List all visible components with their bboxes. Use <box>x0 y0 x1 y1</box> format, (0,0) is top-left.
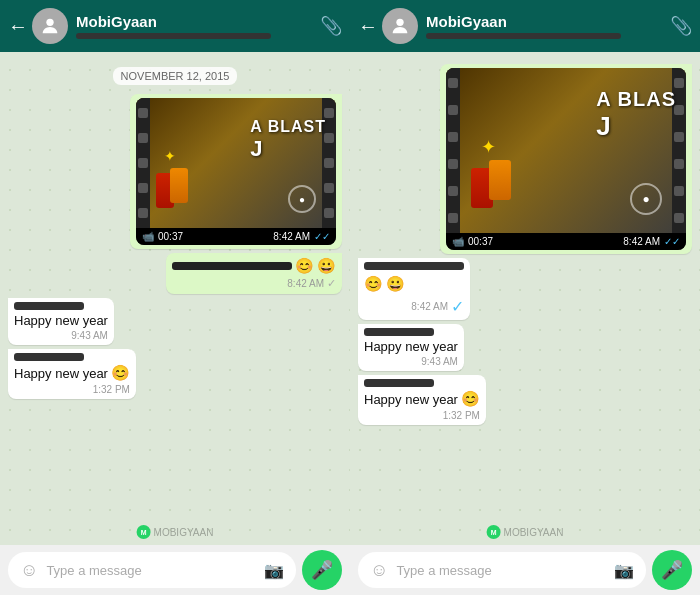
left-received-emoji: 😊 <box>111 364 130 382</box>
right-emoji-content: 😊 😀 <box>364 275 464 293</box>
right-received-meta-2: 1:32 PM <box>364 410 480 421</box>
right-sender-bar-2 <box>364 379 434 387</box>
left-received-meta-1: 9:43 AM <box>14 330 108 341</box>
film-hole <box>448 78 458 88</box>
left-received-msg-1: Happy new year 9:43 AM <box>8 298 114 345</box>
film-hole <box>674 186 684 196</box>
right-received-emoji: 😊 <box>461 390 480 408</box>
right-input-bar: ☺ Type a message 📷 🎤 <box>350 545 700 595</box>
left-header: ← MobiGyaan 📎 <box>0 0 350 52</box>
right-video-thumb: ✦ A BLAS J ● <box>446 68 686 233</box>
left-video-check: ✓✓ <box>314 231 330 242</box>
left-watermark-icon: M <box>137 525 151 539</box>
left-sender-bar-1 <box>14 302 84 310</box>
left-back-button[interactable]: ← <box>8 15 28 38</box>
left-received-msg-2: Happy new year 😊 1:32 PM <box>8 349 136 399</box>
right-video-bar-left: 📹 00:37 <box>452 236 493 247</box>
right-avatar <box>382 8 418 44</box>
right-received-text-1: Happy new year <box>364 339 458 354</box>
film-hole <box>324 108 334 118</box>
right-camera-icon[interactable]: 📷 <box>614 561 634 580</box>
film-hole <box>448 132 458 142</box>
right-header: ← MobiGyaan 📎 <box>350 0 700 52</box>
left-attach-icon[interactable]: 📎 <box>320 15 342 37</box>
right-video-bubble[interactable]: ✦ A BLAS J ● 📹 00:37 8:42 AM <box>446 68 686 250</box>
right-input-placeholder: Type a message <box>396 563 606 578</box>
right-received-emoji-msg: 😊 😀 8:42 AM ✓ <box>358 258 470 320</box>
left-sender-bar-2 <box>14 353 84 361</box>
left-received-text-2: Happy new year 😊 <box>14 364 130 382</box>
left-status-bar <box>76 33 271 39</box>
left-video-bar: 📹 00:37 8:42 AM ✓✓ <box>136 228 336 245</box>
film-hole <box>324 183 334 193</box>
right-emoji-meta: 8:42 AM ✓ <box>364 297 464 316</box>
left-emoji-button[interactable]: ☺ <box>20 560 38 581</box>
film-hole <box>138 158 148 168</box>
right-header-info: MobiGyaan <box>426 13 670 39</box>
film-hole <box>138 108 148 118</box>
left-input-field[interactable]: ☺ Type a message 📷 <box>8 552 296 588</box>
film-hole <box>138 133 148 143</box>
right-video-cam-icon: 📹 <box>452 236 464 247</box>
right-contact-name: MobiGyaan <box>426 13 670 30</box>
right-emoji-1: 😊 <box>364 275 383 293</box>
left-sent-text-check: ✓ <box>327 277 336 290</box>
right-attach-icon[interactable]: 📎 <box>670 15 692 37</box>
left-video-cam-icon: 📹 <box>142 231 154 242</box>
film-hole <box>138 208 148 218</box>
left-date-separator: NOVEMBER 12, 2015 <box>113 66 238 84</box>
right-sender-bar-emoji <box>364 262 464 270</box>
film-hole <box>448 186 458 196</box>
right-mic-button[interactable]: 🎤 <box>652 550 692 590</box>
right-panel: ← MobiGyaan 📎 <box>350 0 700 595</box>
right-received-msg-1: Happy new year 9:43 AM <box>358 324 464 371</box>
left-censored-bar <box>172 262 292 270</box>
right-video-circle-icon: ● <box>630 183 662 215</box>
right-back-button[interactable]: ← <box>358 15 378 38</box>
right-received-msg-2: Happy new year 😊 1:32 PM <box>358 375 486 425</box>
left-emoji-1: 😊 <box>295 257 314 275</box>
left-video-bar-left: 📹 00:37 <box>142 231 183 242</box>
right-watermark-icon: M <box>487 525 501 539</box>
left-avatar <box>32 8 68 44</box>
film-hole <box>324 208 334 218</box>
left-sent-text-content: 😊 😀 <box>172 257 336 275</box>
svg-point-0 <box>46 19 53 26</box>
right-emoji-button[interactable]: ☺ <box>370 560 388 581</box>
right-watermark: M MOBIGYAAN <box>487 525 564 539</box>
left-video-bar-right: 8:42 AM ✓✓ <box>273 231 330 242</box>
left-received-text-1: Happy new year <box>14 313 108 328</box>
right-sender-bar-1 <box>364 328 434 336</box>
left-sent-text-meta: 8:42 AM ✓ <box>172 277 336 290</box>
film-hole <box>448 159 458 169</box>
right-video-check: ✓✓ <box>664 236 680 247</box>
film-hole <box>448 213 458 223</box>
left-video-bubble[interactable]: ✦ A BLAST J ● 📹 00:37 8:42 AM <box>136 98 336 245</box>
left-camera-icon[interactable]: 📷 <box>264 561 284 580</box>
left-contact-name: MobiGyaan <box>76 13 320 30</box>
left-sent-video-msg: ✦ A BLAST J ● 📹 00:37 8:42 AM <box>130 94 342 249</box>
right-emoji-check: ✓ <box>451 297 464 316</box>
right-chat-area: ✦ A BLAS J ● 📹 00:37 8:42 AM <box>350 52 700 545</box>
right-input-field[interactable]: ☺ Type a message 📷 <box>358 552 646 588</box>
right-filmstrip-left <box>446 68 460 233</box>
film-hole <box>674 213 684 223</box>
video-circle-icon: ● <box>288 185 316 213</box>
left-emoji-2: 😀 <box>317 257 336 275</box>
left-watermark: M MOBIGYAAN <box>137 525 214 539</box>
right-header-icons: 📎 <box>670 15 692 37</box>
left-video-overlay-text: A BLAST J <box>250 118 326 162</box>
left-video-thumb: ✦ A BLAST J ● <box>136 98 336 228</box>
right-video-bar-right: 8:42 AM ✓✓ <box>623 236 680 247</box>
left-sent-text-msg: 😊 😀 8:42 AM ✓ <box>166 253 342 294</box>
left-chat-area: NOVEMBER 12, 2015 <box>0 52 350 545</box>
left-input-placeholder: Type a message <box>46 563 256 578</box>
left-mic-button[interactable]: 🎤 <box>302 550 342 590</box>
left-header-icons: 📎 <box>320 15 342 37</box>
right-video-bar: 📹 00:37 8:42 AM ✓✓ <box>446 233 686 250</box>
right-status-bar <box>426 33 621 39</box>
right-received-meta-1: 9:43 AM <box>364 356 458 367</box>
svg-point-1 <box>396 19 403 26</box>
left-panel: ← MobiGyaan 📎 NOVEMBER 12, 2015 <box>0 0 350 595</box>
film-hole <box>138 183 148 193</box>
